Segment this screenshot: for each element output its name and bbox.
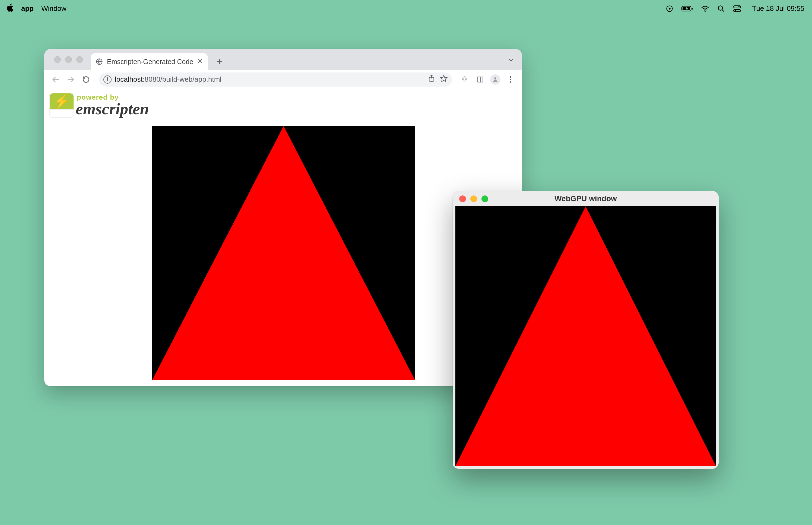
site-info-icon[interactable]: i (103, 75, 111, 84)
nav-back-button[interactable] (50, 74, 62, 86)
bookmark-star-icon[interactable] (440, 75, 447, 84)
macos-menubar: app Window Tue 18 Jul 09:55 (0, 0, 812, 17)
svg-point-27 (510, 81, 511, 83)
wifi-icon[interactable] (701, 5, 709, 12)
svg-point-26 (510, 79, 511, 80)
tab-close-icon[interactable] (197, 58, 203, 66)
svg-point-24 (494, 77, 496, 79)
nav-reload-button[interactable] (80, 74, 92, 86)
svg-marker-1 (669, 7, 671, 10)
webgpu-canvas[interactable] (152, 126, 415, 380)
tab-search-button[interactable] (506, 55, 517, 66)
browser-toolbar: i localhost:8080/build-web/app.html (44, 70, 522, 89)
traffic-minimize-icon[interactable] (65, 56, 72, 63)
native-window-title: WebGPU window (453, 194, 719, 203)
emscripten-logo: ⚡ powered by emscripten (49, 93, 522, 118)
page-content: ⚡ powered by emscripten (44, 89, 522, 380)
browser-window: Emscripten-Generated Code i localhost:80… (44, 49, 522, 386)
emscripten-badge-icon: ⚡ (49, 93, 74, 118)
svg-rect-3 (691, 7, 693, 10)
svg-marker-21 (441, 75, 447, 81)
native-window: WebGPU window (453, 191, 719, 469)
active-app-name[interactable]: app (21, 4, 34, 13)
svg-point-11 (735, 10, 736, 11)
svg-point-5 (705, 11, 706, 12)
svg-point-6 (718, 6, 723, 10)
red-triangle-icon (455, 206, 716, 466)
traffic-zoom-icon[interactable] (76, 56, 83, 63)
svg-point-9 (738, 6, 739, 7)
traffic-close-icon[interactable] (459, 195, 466, 202)
native-webgpu-canvas[interactable] (455, 206, 716, 466)
red-triangle-icon (152, 126, 415, 380)
apple-menu-icon[interactable] (6, 3, 14, 14)
window-controls (49, 49, 88, 70)
tab-title: Emscripten-Generated Code (107, 58, 193, 66)
traffic-minimize-icon[interactable] (470, 195, 477, 202)
control-center-icon[interactable] (733, 5, 741, 12)
svg-line-7 (722, 10, 724, 11)
new-tab-button[interactable] (213, 55, 226, 69)
svg-point-25 (510, 76, 511, 78)
profile-avatar[interactable] (489, 74, 501, 86)
url-text: localhost:8080/build-web/app.html (115, 75, 221, 84)
kebab-menu-icon[interactable] (505, 74, 517, 86)
native-titlebar[interactable]: WebGPU window (453, 191, 719, 206)
browser-tab[interactable]: Emscripten-Generated Code (91, 53, 208, 70)
battery-icon[interactable] (681, 5, 693, 12)
traffic-zoom-icon[interactable] (481, 195, 488, 202)
nav-forward-button[interactable] (65, 74, 77, 86)
menu-window[interactable]: Window (41, 4, 66, 13)
spotlight-icon[interactable] (717, 5, 725, 13)
address-bar[interactable]: i localhost:8080/build-web/app.html (99, 73, 452, 87)
tab-favicon-globe-icon (95, 58, 103, 65)
emscripten-wordmark: emscripten (75, 101, 149, 117)
traffic-close-icon[interactable] (54, 56, 61, 63)
share-icon[interactable] (428, 74, 435, 85)
native-window-controls (453, 195, 488, 202)
side-panel-icon[interactable] (474, 74, 486, 86)
svg-rect-22 (477, 77, 483, 82)
menubar-clock[interactable]: Tue 18 Jul 09:55 (752, 4, 805, 13)
tab-strip: Emscripten-Generated Code (44, 49, 522, 70)
screen-record-icon[interactable] (666, 5, 673, 13)
extensions-icon[interactable] (459, 74, 471, 86)
